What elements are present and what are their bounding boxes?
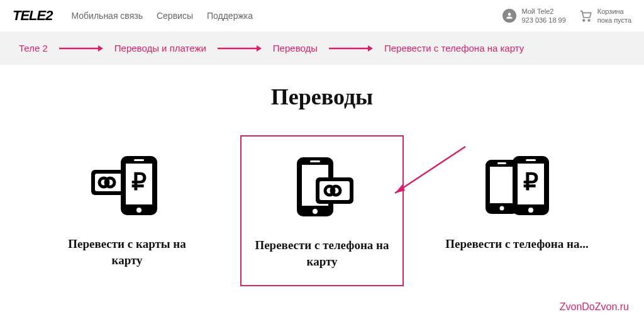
account-title: Мой Tele2 (521, 7, 565, 16)
crumb-4[interactable]: Перевести с телефона на карту (384, 43, 524, 53)
tile-label: Перевести с телефона на карту (251, 237, 393, 269)
svg-rect-26 (490, 167, 514, 203)
tile-label: Перевести с карты на карту (55, 236, 199, 268)
account-phone: 923 036 18 99 (521, 16, 565, 25)
svg-point-19 (313, 209, 318, 214)
user-icon (502, 9, 516, 23)
header: TELE2 Мобильная связь Сервисы Поддержка … (0, 0, 644, 31)
tile-label: Перевести с телефона на... (445, 236, 588, 252)
account-block[interactable]: Мой Tele2 923 036 18 99 (502, 7, 565, 25)
svg-rect-20 (310, 160, 320, 162)
svg-point-31 (528, 208, 533, 213)
arrow-icon (59, 44, 103, 53)
watermark: ZvonDoZvon.ru (560, 301, 629, 313)
arrow-icon (218, 44, 262, 53)
crumb-1[interactable]: Теле 2 (19, 43, 48, 53)
nav-item-services[interactable]: Сервисы (157, 11, 193, 21)
tile-card-to-card[interactable]: ₽ Перевести с карты на карту (45, 135, 209, 286)
svg-point-27 (500, 206, 504, 211)
svg-rect-32 (526, 159, 536, 161)
phone-card-icon (281, 149, 363, 225)
top-nav: Мобильная связь Сервисы Поддержка (71, 11, 253, 21)
svg-rect-15 (134, 159, 144, 161)
page-title: Переводы (13, 84, 631, 110)
arrow-icon (329, 44, 373, 53)
svg-point-14 (136, 208, 142, 213)
cart-title: Корзина (597, 7, 631, 16)
card-phone-ruble-icon: ₽ (86, 148, 168, 223)
crumb-3[interactable]: Переводы (273, 43, 318, 53)
phone-phone-ruble-icon: ₽ (476, 148, 558, 223)
svg-marker-5 (257, 45, 262, 52)
nav-item-support[interactable]: Поддержка (207, 11, 253, 21)
svg-text:₽: ₽ (131, 169, 147, 195)
nav-item-mobile[interactable]: Мобильная связь (71, 11, 142, 21)
svg-marker-3 (98, 45, 103, 52)
main-content: Переводы ₽ (0, 65, 644, 286)
tile-phone-to-card[interactable]: Перевести с телефона на карту (240, 135, 404, 286)
tile-phone-to-phone[interactable]: ₽ Перевести с телефона на... (435, 135, 599, 286)
cart-block[interactable]: Корзина пока пуста (579, 7, 631, 25)
cart-status: пока пуста (597, 16, 631, 25)
logo[interactable]: TELE2 (13, 8, 52, 24)
svg-text:₽: ₽ (523, 169, 538, 195)
transfer-tiles: ₽ Перевести с карты на карту (13, 135, 631, 286)
cart-icon (579, 9, 592, 23)
svg-marker-7 (368, 45, 373, 52)
svg-point-1 (588, 20, 590, 21)
breadcrumb: Теле 2 Переводы и платежи Переводы Перев… (0, 31, 644, 65)
header-right: Мой Tele2 923 036 18 99 Корзина пока пус… (502, 7, 631, 25)
svg-point-0 (583, 20, 585, 21)
svg-rect-28 (497, 162, 506, 164)
crumb-2[interactable]: Переводы и платежи (114, 43, 206, 53)
